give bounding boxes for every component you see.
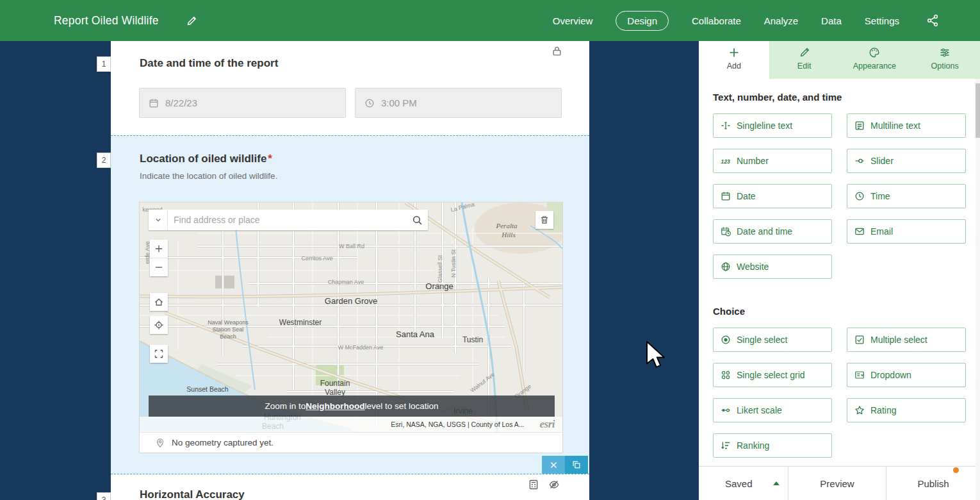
question-description: Indicate the location of oiled wildlife. (140, 171, 277, 181)
add-time-button[interactable]: Time (847, 184, 966, 208)
date-input[interactable]: 8/22/23 (139, 88, 346, 118)
nav-design[interactable]: Design (616, 11, 669, 31)
duplicate-question-button[interactable] (565, 456, 588, 474)
map-label: Hills (501, 231, 515, 238)
map-widget: Anaheim Orange Garden Grove Santa Ana We… (139, 202, 563, 453)
map-label: Westminster (279, 318, 322, 327)
add-multiline-text-button[interactable]: Multiline text (847, 113, 966, 138)
map-search-input[interactable] (168, 210, 406, 230)
add-slider-button[interactable]: Slider (847, 149, 966, 173)
design-panel: Add Edit Appearance Options Text, number… (699, 41, 980, 500)
map-label: Garden Grove (325, 296, 377, 306)
publish-button[interactable]: Publish (886, 467, 980, 500)
form-canvas: Date and time of the report 8/22/23 3:00… (111, 41, 589, 500)
lock-icon[interactable] (551, 46, 562, 56)
crosshair-locate-icon (154, 320, 164, 330)
add-website-button[interactable]: Website (713, 254, 832, 279)
zoom-out-button[interactable] (150, 258, 168, 276)
geometry-status-row: No geometry captured yet. (140, 432, 562, 453)
edit-title-pencil-icon[interactable] (186, 15, 197, 27)
nav-overview[interactable]: Overview (553, 15, 593, 26)
zoom-in-button[interactable] (150, 240, 168, 258)
dropdown-icon (854, 370, 865, 380)
date-time-icon (721, 226, 731, 237)
map-road-label: W McFadden Ave (338, 344, 384, 351)
trash-icon (539, 215, 550, 225)
add-email-button[interactable]: Email (847, 219, 966, 244)
date-value: 8/22/23 (165, 97, 197, 108)
add-single-select-grid-button[interactable]: Single select grid (713, 363, 832, 387)
add-date-button[interactable]: Date (713, 184, 832, 208)
nav-data[interactable]: Data (821, 15, 842, 26)
nav-analyze[interactable]: Analyze (764, 15, 798, 26)
button-label: Number (737, 156, 769, 166)
home-icon (154, 297, 164, 307)
map-canvas[interactable]: Anaheim Orange Garden Grove Santa Ana We… (140, 203, 562, 432)
zoom-hint-banner: Zoom in to Neighborhood level to set loc… (149, 396, 555, 417)
attribution-text: Esri, NASA, NGA, USGS | County of Los A.… (391, 421, 524, 428)
tab-options[interactable]: Options (910, 41, 980, 79)
question-number-badge: 3 (97, 492, 111, 500)
button-label: Email (870, 226, 893, 237)
add-single-select-button[interactable]: Single select (713, 328, 832, 352)
add-date-and-time-button[interactable]: Date and time (713, 219, 832, 244)
scrollbar-track[interactable] (976, 79, 980, 500)
survey-title: Report Oiled Wildlife (54, 0, 159, 41)
close-icon (550, 461, 558, 469)
scrollbar-thumb[interactable] (976, 83, 980, 138)
preview-button[interactable]: Preview (788, 467, 886, 500)
time-input[interactable]: 3:00 PM (355, 88, 562, 118)
nav-collaborate[interactable]: Collaborate (692, 15, 741, 26)
clear-location-button[interactable] (535, 211, 553, 229)
tab-edit[interactable]: Edit (769, 41, 840, 79)
map-label: Peralta (496, 222, 518, 229)
add-number-button[interactable]: 123 Number (713, 149, 832, 173)
map-road-label: N Glassell St (437, 254, 443, 288)
saved-dropdown-button[interactable]: Saved (699, 467, 788, 500)
locate-me-button[interactable] (150, 316, 168, 334)
tab-add[interactable]: Add (699, 41, 769, 79)
button-label: Dropdown (870, 370, 911, 380)
caret-up-icon (773, 481, 780, 485)
add-dropdown-button[interactable]: Dropdown (847, 363, 966, 387)
required-asterisk: * (268, 153, 272, 165)
zoom-control (150, 240, 168, 276)
hidden-eye-icon (548, 479, 560, 490)
fullscreen-button[interactable] (150, 345, 168, 363)
question-number-badge: 2 (97, 153, 111, 168)
tab-label: Appearance (853, 62, 896, 71)
add-likert-scale-button[interactable]: Likert scale (713, 398, 832, 422)
question-title: Horizontal Accuracy (140, 488, 245, 500)
question-date-time[interactable]: Date and time of the report 8/22/23 3:00… (111, 41, 589, 135)
question-location-selected[interactable]: Location of oiled wildlife* Indicate the… (111, 135, 589, 474)
search-icon (412, 215, 423, 226)
search-submit[interactable] (406, 210, 428, 230)
button-label: Singleline text (737, 121, 792, 131)
add-singleline-text-button[interactable]: Singleline text (713, 113, 832, 138)
neighborhood-link[interactable]: Neighborhood (306, 401, 364, 411)
clock-icon (364, 98, 375, 108)
add-ranking-button[interactable]: Ranking (713, 433, 832, 458)
email-icon (854, 226, 865, 237)
nav-settings[interactable]: Settings (865, 15, 899, 26)
panel-footer: Saved Preview Publish (699, 466, 980, 500)
main-nav: Overview Design Collaborate Analyze Data… (553, 0, 939, 41)
plus-icon (728, 47, 740, 58)
home-extent-button[interactable] (150, 293, 168, 311)
add-multiple-select-button[interactable]: Multiple select (847, 328, 966, 352)
section-title-text-number-date-time: Text, number, date, and time (713, 92, 842, 103)
choice-widgets-grid: Single select Multiple select Single sel… (713, 328, 966, 458)
tab-appearance[interactable]: Appearance (840, 41, 910, 79)
top-bar: Report Oiled Wildlife Overview Design Co… (0, 0, 980, 41)
add-rating-button[interactable]: Rating (847, 398, 966, 422)
minus-icon (154, 263, 163, 272)
map-label: Fountain (320, 379, 350, 388)
deselect-question-button[interactable] (542, 456, 565, 474)
banner-text: Zoom in to (265, 401, 306, 411)
calculation-icon (528, 479, 539, 490)
share-icon[interactable] (926, 14, 939, 27)
star-icon (854, 405, 865, 415)
search-mode-dropdown[interactable] (149, 210, 168, 230)
question-horizontal-accuracy[interactable]: Horizontal Accuracy (111, 474, 589, 500)
pencil-icon (799, 47, 810, 58)
